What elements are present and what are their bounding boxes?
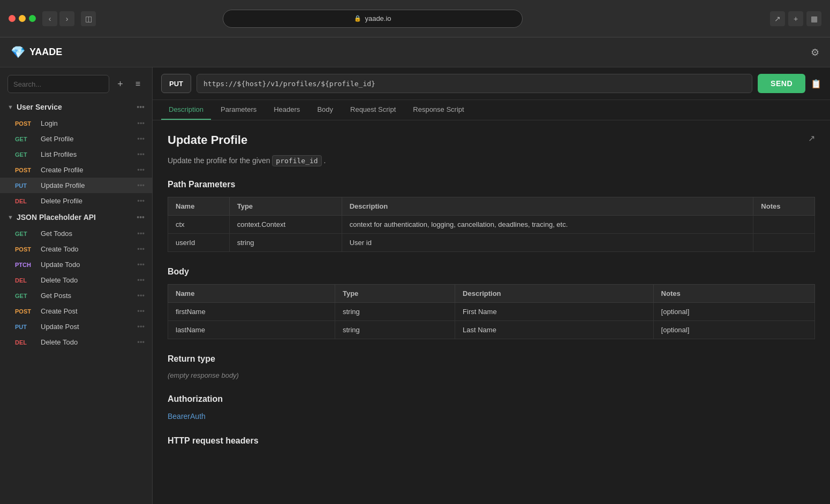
collection-json-placeholder[interactable]: ▼ JSON Placeholder API ••• — [0, 209, 152, 226]
settings-button[interactable]: ⚙ — [811, 47, 819, 58]
request-name: Delete Todo — [41, 276, 132, 284]
browser-nav: ‹ › — [42, 11, 74, 26]
url-input[interactable] — [197, 74, 752, 93]
tab-body[interactable]: Body — [310, 100, 341, 120]
list-item[interactable]: POST Create Todo ••• — [0, 241, 152, 257]
request-dots[interactable]: ••• — [137, 150, 145, 158]
minimize-button[interactable] — [19, 15, 26, 22]
path-parameters-title: Path Parameters — [168, 180, 815, 189]
list-item[interactable]: GET Get Posts ••• — [0, 288, 152, 303]
app-logo: 💎 YAADE — [11, 45, 62, 59]
list-item[interactable]: PUT Update Profile ••• — [0, 178, 152, 193]
list-item[interactable]: PTCH Update Todo ••• — [0, 257, 152, 272]
collection-user-service[interactable]: ▼ User Service ••• — [0, 98, 152, 116]
request-name: Update Post — [41, 323, 132, 331]
browser-forward-button[interactable]: › — [59, 11, 74, 26]
param-name: ctx — [168, 215, 230, 233]
sidebar: + ≡ ▼ User Service ••• POST Login ••• GE… — [0, 67, 153, 504]
tab-request-script[interactable]: Request Script — [343, 100, 403, 120]
sidebar-menu-button[interactable]: ≡ — [131, 77, 145, 91]
method-badge: PUT — [15, 182, 35, 189]
external-link-button[interactable]: ↗ — [808, 133, 815, 143]
col-notes: Notes — [753, 197, 815, 215]
list-item[interactable]: GET List Profiles ••• — [0, 147, 152, 162]
app-container: 💎 YAADE ⚙ + ≡ ▼ User Service ••• PO — [0, 37, 830, 504]
col-name: Name — [168, 197, 230, 215]
new-tab-button[interactable]: + — [788, 11, 803, 26]
share-button[interactable]: ↗ — [770, 11, 785, 26]
main-content: PUT SEND 📋 Description Parameters Header… — [153, 67, 830, 504]
collection-dots-user-service[interactable]: ••• — [137, 103, 145, 111]
request-dots[interactable]: ••• — [137, 230, 145, 238]
body-param-name: lastName — [168, 320, 335, 339]
method-badge: DEL — [15, 277, 35, 284]
close-button[interactable] — [9, 15, 16, 22]
collection-name-user-service: User Service — [17, 103, 133, 111]
list-item[interactable]: GET Get Todos ••• — [0, 226, 152, 241]
method-badge: GET — [15, 151, 35, 158]
collection-dots-json-placeholder[interactable]: ••• — [137, 213, 145, 222]
maximize-button[interactable] — [29, 15, 36, 22]
request-name: Delete Todo — [41, 338, 132, 346]
send-button[interactable]: SEND — [758, 74, 805, 93]
request-name: List Profiles — [41, 150, 132, 158]
request-dots[interactable]: ••• — [137, 338, 145, 346]
tab-description[interactable]: Description — [161, 100, 211, 120]
description-before: Update the profile for the given — [168, 156, 272, 165]
method-badge: GET — [15, 136, 35, 142]
body-param-description: Last Name — [455, 320, 654, 339]
return-type-value: (empty response body) — [168, 371, 815, 379]
request-dots[interactable]: ••• — [137, 261, 145, 269]
calendar-button[interactable]: 📋 — [811, 79, 821, 89]
list-item[interactable]: PUT Update Post ••• — [0, 319, 152, 334]
browser-back-button[interactable]: ‹ — [42, 11, 57, 26]
tab-response-script[interactable]: Response Script — [405, 100, 471, 120]
description-content: Update Profile ↗ Update the profile for … — [153, 120, 830, 504]
tabs-row: Description Parameters Headers Body Requ… — [153, 100, 830, 120]
list-item[interactable]: DEL Delete Todo ••• — [0, 272, 152, 288]
method-badge: GET — [15, 231, 35, 237]
return-type-section: Return type (empty response body) — [168, 354, 815, 379]
request-name: Create Post — [41, 307, 132, 315]
table-row: userId string User id — [168, 233, 815, 251]
col-description: Description — [342, 197, 753, 215]
request-dots[interactable]: ••• — [137, 197, 145, 205]
address-bar: 🔒 yaade.io — [223, 10, 523, 28]
col-description: Description — [455, 284, 654, 302]
page-title-row: Update Profile ↗ — [168, 133, 815, 147]
request-dots[interactable]: ••• — [137, 276, 145, 284]
col-notes: Notes — [653, 284, 814, 302]
bearer-auth-link[interactable]: BearerAuth — [168, 412, 206, 421]
tab-parameters[interactable]: Parameters — [213, 100, 264, 120]
list-item[interactable]: DEL Delete Profile ••• — [0, 193, 152, 209]
request-dots[interactable]: ••• — [137, 119, 145, 127]
param-notes — [753, 215, 815, 233]
chevron-down-icon: ▼ — [7, 104, 13, 110]
list-item[interactable]: POST Create Post ••• — [0, 303, 152, 319]
add-collection-button[interactable]: + — [114, 77, 127, 91]
table-row: lastName string Last Name [optional] — [168, 320, 815, 339]
request-dots[interactable]: ••• — [137, 245, 145, 253]
param-description: context for authentication, logging, can… — [342, 215, 753, 233]
request-dots[interactable]: ••• — [137, 323, 145, 331]
list-item[interactable]: GET Get Profile ••• — [0, 131, 152, 147]
request-dots[interactable]: ••• — [137, 181, 145, 189]
chevron-down-icon: ▼ — [7, 214, 13, 220]
search-input[interactable] — [7, 75, 109, 93]
list-item[interactable]: POST Login ••• — [0, 116, 152, 131]
request-bar: PUT SEND 📋 — [153, 67, 830, 100]
request-dots[interactable]: ••• — [137, 307, 145, 315]
method-badge: POST — [15, 308, 35, 315]
request-dots[interactable]: ••• — [137, 166, 145, 174]
tab-headers[interactable]: Headers — [266, 100, 307, 120]
request-dots[interactable]: ••• — [137, 135, 145, 143]
request-dots[interactable]: ••• — [137, 292, 145, 300]
page-title: Update Profile — [168, 133, 247, 147]
sidebar-toggle-button[interactable]: ◫ — [81, 11, 96, 26]
body-param-notes: [optional] — [653, 302, 814, 320]
code-profile-id: profile_id — [272, 155, 321, 166]
tabs-button[interactable]: ▦ — [806, 11, 821, 26]
list-item[interactable]: POST Create Profile ••• — [0, 162, 152, 178]
list-item[interactable]: DEL Delete Todo ••• — [0, 334, 152, 350]
method-badge: DEL — [15, 198, 35, 204]
